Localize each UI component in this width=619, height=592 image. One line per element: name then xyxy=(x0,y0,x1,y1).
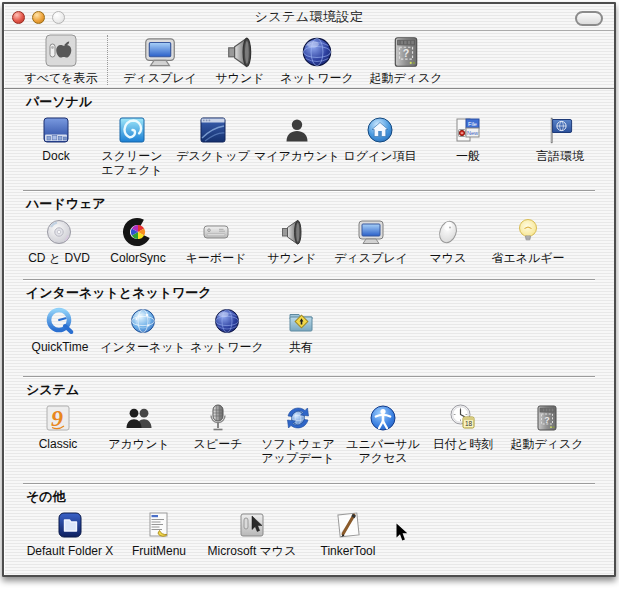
internet-icon xyxy=(127,305,159,337)
pref-item-login-items[interactable]: ログイン項目 xyxy=(340,114,420,163)
pref-item-keyboard[interactable]: キーボード xyxy=(178,216,254,265)
toolbar-item-startup-disk[interactable]: ? 起動ディスク xyxy=(361,33,451,85)
pref-item-startup-disk[interactable]: ? 起動ディスク xyxy=(502,402,592,451)
zoom-button[interactable] xyxy=(52,11,65,24)
close-button[interactable] xyxy=(12,11,25,24)
pref-item-software-update[interactable]: ソフトウェア アップデート xyxy=(254,402,342,465)
startup-disk-icon: ? xyxy=(531,402,563,434)
cd-dvd-icon xyxy=(43,216,75,248)
pref-item-universal-access[interactable]: ユニバーサル アクセス xyxy=(342,402,424,465)
pref-item-label: ColorSync xyxy=(110,251,165,265)
default-folder-x-icon xyxy=(54,509,86,541)
sound-icon xyxy=(221,33,259,71)
pref-item-label: Microsoft マウス xyxy=(208,544,297,558)
section-title-other: その他 xyxy=(26,489,614,504)
toolbar-pill-button[interactable] xyxy=(575,11,603,26)
pref-item-label: すべてを表示 xyxy=(24,72,97,85)
svg-text:File: File xyxy=(468,121,477,127)
date-time-icon: 18 xyxy=(447,402,479,434)
pref-item-microsoft-mouse[interactable]: Microsoft マウス xyxy=(198,509,306,558)
mouse-cursor xyxy=(396,523,409,546)
pref-item-general[interactable]: File New 一般 xyxy=(420,114,516,163)
pref-item-label: TinkerTool xyxy=(321,544,376,558)
toolbar-item-sound[interactable]: サウンド xyxy=(207,33,273,85)
pref-item-sound[interactable]: サウンド xyxy=(254,216,330,265)
keyboard-icon xyxy=(200,216,232,248)
login-items-icon xyxy=(364,114,396,146)
title-bar[interactable]: システム環境設定 xyxy=(4,4,614,31)
pref-item-default-folder-x[interactable]: Default Folder X xyxy=(20,509,120,558)
sound-icon xyxy=(276,216,308,248)
pref-item-dock[interactable]: Dock xyxy=(20,114,92,163)
mouse-icon xyxy=(432,216,464,248)
traffic-lights xyxy=(12,11,65,24)
pref-item-label: ネットワーク xyxy=(190,340,263,354)
window-title: システム環境設定 xyxy=(4,8,614,26)
pref-item-cd-dvd[interactable]: CD と DVD xyxy=(20,216,98,265)
pref-item-date-time[interactable]: 18日付と時刻 xyxy=(424,402,502,451)
pref-item-classic[interactable]: 9 Classic xyxy=(20,402,96,451)
minimize-button[interactable] xyxy=(32,11,45,24)
toolbar-show-all[interactable]: すべてを表示 xyxy=(18,31,104,85)
pref-item-label: ネットワーク xyxy=(280,72,353,85)
show-all-icon xyxy=(41,31,81,71)
pref-item-fruitmenu[interactable]: FruitMenu xyxy=(120,509,198,558)
section-items-hardware: CD と DVD ColorSync キーボード サウンド ディスプレイ マウス… xyxy=(4,216,614,265)
toolbar-separator xyxy=(107,35,108,85)
sections: パーソナル Dock スクリーン エフェクト デスクトップ マイアカウント ログ… xyxy=(4,89,614,558)
system-preferences-window: システム環境設定 すべてを表示 ディスプレイ サウンド ネットワーク ? 起動デ… xyxy=(2,2,616,577)
pref-item-network[interactable]: ネットワーク xyxy=(186,305,268,354)
pref-item-label: ソフトウェア アップデート xyxy=(261,437,335,465)
pref-item-accounts[interactable]: アカウント xyxy=(96,402,182,451)
pref-item-speech[interactable]: スピーチ xyxy=(182,402,254,451)
pref-item-label: キーボード xyxy=(186,251,247,265)
tinkertool-icon xyxy=(332,509,364,541)
pref-item-label: Classic xyxy=(39,437,78,451)
pref-item-language[interactable]: 言語環境 xyxy=(516,114,604,163)
microsoft-mouse-icon xyxy=(236,509,268,541)
section-internet-network: インターネットとネットワーク QuickTime インターネット ネットワーク … xyxy=(4,280,614,376)
pref-item-label: ディスプレイ xyxy=(123,72,197,85)
sharing-icon xyxy=(285,305,317,337)
pref-item-label: 一般 xyxy=(456,149,480,163)
network-icon xyxy=(298,33,336,71)
pref-item-display[interactable]: ディスプレイ xyxy=(330,216,412,265)
classic-icon: 9 xyxy=(42,402,74,434)
pref-item-quicktime[interactable]: QuickTime xyxy=(20,305,100,354)
pref-item-internet[interactable]: インターネット xyxy=(100,305,186,354)
pref-item-label: マイアカウント xyxy=(254,149,340,163)
colorsync-icon xyxy=(122,216,154,248)
toolbar-item-display[interactable]: ディスプレイ xyxy=(113,33,207,85)
pref-item-label: デスクトップ xyxy=(176,149,250,163)
fruitmenu-icon xyxy=(143,509,175,541)
toolbar-item-network[interactable]: ネットワーク xyxy=(273,33,361,85)
pref-item-tinkertool[interactable]: TinkerTool xyxy=(306,509,390,558)
general-icon: File New xyxy=(452,114,484,146)
pref-item-energy-saver[interactable]: 省エネルギー xyxy=(484,216,572,265)
screen-effects-icon xyxy=(116,114,148,146)
energy-saver-icon xyxy=(512,216,544,248)
pref-item-desktop[interactable]: デスクトップ xyxy=(172,114,254,163)
pref-item-colorsync[interactable]: ColorSync xyxy=(98,216,178,265)
desktop-icon xyxy=(197,114,229,146)
pref-item-label: QuickTime xyxy=(32,340,89,354)
pref-item-label: 日付と時刻 xyxy=(433,437,493,451)
pref-item-screen-effects[interactable]: スクリーン エフェクト xyxy=(92,114,172,177)
pref-item-label: Default Folder X xyxy=(27,544,114,558)
pref-item-label: ログイン項目 xyxy=(343,149,416,163)
pref-item-mouse[interactable]: マウス xyxy=(412,216,484,265)
svg-text:18: 18 xyxy=(465,420,473,427)
section-title-system: システム xyxy=(26,382,614,397)
startup-disk-icon: ? xyxy=(387,33,425,71)
pref-item-sharing[interactable]: 共有 xyxy=(268,305,334,354)
pref-item-label: サウンド xyxy=(267,251,316,265)
section-items-internet-network: QuickTime インターネット ネットワーク 共有 xyxy=(4,305,614,354)
network-icon xyxy=(211,305,243,337)
pref-item-label: サウンド xyxy=(215,72,264,85)
pref-item-label: アカウント xyxy=(108,437,169,451)
pref-item-my-account[interactable]: マイアカウント xyxy=(254,114,340,163)
pref-item-label: 共有 xyxy=(289,340,313,354)
pref-item-label: FruitMenu xyxy=(132,544,186,558)
universal-access-icon xyxy=(367,402,399,434)
section-items-personal: Dock スクリーン エフェクト デスクトップ マイアカウント ログイン項目 F… xyxy=(4,114,614,177)
